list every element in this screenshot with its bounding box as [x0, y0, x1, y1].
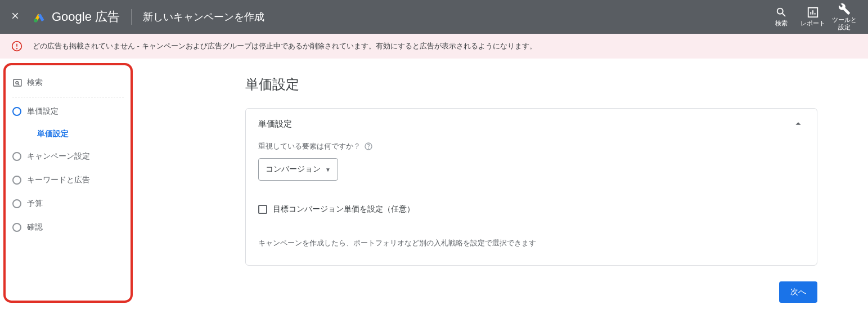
- sidebar-step-campaign-label: キャンペーン設定: [27, 151, 90, 162]
- sidebar-step-budget[interactable]: 予算: [10, 192, 126, 216]
- sidebar-divider: [12, 97, 124, 97]
- sidebar-type-row: 検索: [10, 71, 126, 95]
- ads-logo-icon: [33, 10, 47, 24]
- search-box-icon: [12, 78, 27, 88]
- warning-icon: [11, 41, 23, 52]
- radio-icon: [12, 223, 21, 232]
- warning-banner: どの広告も掲載されていません - キャンペーンおよび広告グループは停止中であるか…: [0, 34, 868, 59]
- sidebar-substep-bidding[interactable]: 単価設定: [10, 123, 126, 145]
- report-icon: [807, 6, 819, 19]
- collapse-icon[interactable]: [792, 118, 804, 130]
- header-search-button[interactable]: 検索: [766, 6, 797, 27]
- sidebar-step-campaign[interactable]: キャンペーン設定: [10, 145, 126, 168]
- sidebar-step-confirm[interactable]: 確認: [10, 216, 126, 239]
- svg-rect-5: [14, 79, 21, 86]
- focus-label-text: 重視している要素は何ですか？: [258, 141, 361, 151]
- search-icon: [775, 6, 788, 19]
- radio-icon: [12, 176, 21, 185]
- card-title: 単価設定: [258, 119, 292, 129]
- target-cpa-checkbox-row[interactable]: 目標コンバージョン単価を設定（任意）: [258, 204, 804, 214]
- google-ads-logo: Google 広告: [33, 8, 120, 25]
- sidebar-step-bidding-label: 単価設定: [27, 106, 59, 117]
- chevron-down-icon: ▼: [325, 167, 331, 173]
- bidding-card: 単価設定 重視している要素は何ですか？ コンバージョン ▼: [245, 108, 817, 266]
- card-header: 単価設定: [246, 109, 817, 139]
- sidebar-step-keywords-label: キーワードと広告: [27, 175, 90, 185]
- checkbox-icon: [258, 205, 267, 214]
- sidebar-step-budget-label: 予算: [27, 199, 43, 209]
- svg-point-9: [368, 148, 369, 149]
- bidding-note: キャンペーンを作成したら、ポートフォリオなど別の入札戦略を設定で選択できます: [258, 238, 804, 248]
- brand-text: Google 広告: [52, 8, 120, 25]
- sidebar-type-label: 検索: [27, 78, 43, 88]
- page-heading: 単価設定: [245, 75, 817, 93]
- help-icon[interactable]: [364, 142, 373, 151]
- main-content: 単価設定 単価設定 重視している要素は何ですか？ コンバージョン ▼: [133, 59, 868, 303]
- focus-field-label: 重視している要素は何ですか？: [258, 141, 804, 151]
- focus-select[interactable]: コンバージョン ▼: [258, 158, 338, 181]
- radio-icon: [12, 199, 21, 208]
- target-cpa-label: 目標コンバージョン単価を設定（任意）: [273, 204, 415, 214]
- focus-select-value: コンバージョン: [266, 164, 321, 174]
- radio-icon: [12, 152, 21, 161]
- svg-point-0: [34, 19, 37, 23]
- close-icon[interactable]: [10, 11, 25, 23]
- sidebar: 検索 単価設定 単価設定 キャンペーン設定 キーワードと広告 予算 確認: [3, 63, 133, 303]
- card-body: 重視している要素は何ですか？ コンバージョン ▼ 目標コンバージョン単価を設定（…: [246, 139, 817, 265]
- radio-icon: [12, 107, 21, 116]
- sidebar-step-keywords[interactable]: キーワードと広告: [10, 168, 126, 192]
- svg-point-6: [16, 82, 19, 84]
- wrench-icon: [838, 3, 851, 15]
- sidebar-step-confirm-label: 確認: [27, 222, 43, 232]
- next-button[interactable]: 次へ: [779, 281, 817, 303]
- header-report-button[interactable]: レポート: [797, 6, 829, 27]
- header-settings-button[interactable]: ツールと 設定: [829, 3, 860, 31]
- svg-point-4: [17, 48, 17, 49]
- svg-line-7: [18, 84, 19, 85]
- sidebar-step-bidding[interactable]: 単価設定: [10, 100, 126, 123]
- header-divider: [131, 9, 132, 25]
- page-title: 新しいキャンペーンを作成: [143, 10, 264, 24]
- header-search-label: 検索: [775, 20, 788, 27]
- header-report-label: レポート: [800, 20, 825, 27]
- app-header: Google 広告 新しいキャンペーンを作成 検索 レポート ツールと 設定: [0, 0, 868, 34]
- warning-text: どの広告も掲載されていません - キャンペーンおよび広告グループは停止中であるか…: [33, 41, 537, 51]
- header-settings-label: ツールと 設定: [832, 16, 857, 31]
